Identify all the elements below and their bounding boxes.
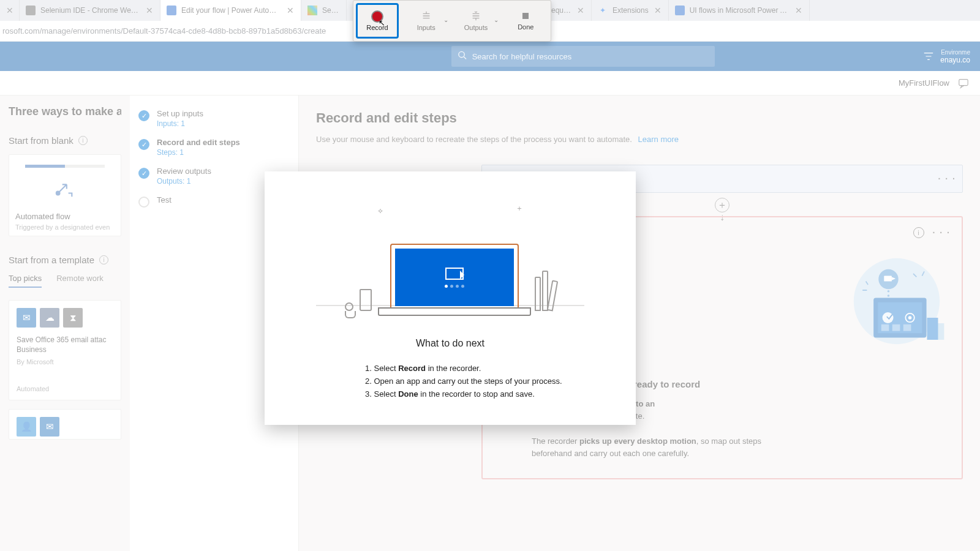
selenium-favicon [26, 6, 36, 15]
tab-title: Selenium IDE - Chrome Web Stor [40, 6, 140, 15]
template-card[interactable]: 👤 ✉ [9, 409, 121, 440]
svg-point-16 [888, 290, 890, 293]
flow-name-row: MyFirstUIFlow [0, 71, 980, 96]
step-label: Review outputs [157, 167, 211, 176]
svg-point-0 [459, 51, 464, 57]
cursor-icon: ↖ [379, 18, 385, 28]
flow-icon [55, 178, 75, 198]
step-label: Set up inputs [157, 109, 203, 118]
more-icon[interactable]: · · · [938, 174, 956, 184]
step-meta: Outputs: 1 [157, 177, 211, 186]
tab-title: requirem [549, 6, 571, 15]
browser-tab[interactable]: ✦ Extensions ✕ [592, 0, 669, 21]
chevron-down-icon: ⌄ [494, 17, 499, 23]
record-button[interactable]: ↖ Record [356, 3, 399, 39]
search-input[interactable] [451, 46, 715, 67]
record-heading: ready to record [633, 379, 951, 389]
learn-more-link[interactable]: Learn more [638, 135, 679, 144]
svg-point-17 [888, 294, 890, 297]
browser-tab[interactable]: ✕ [0, 0, 20, 21]
svg-rect-12 [903, 324, 911, 331]
svg-line-1 [464, 57, 466, 59]
svg-rect-2 [959, 79, 968, 85]
info-icon[interactable]: i [99, 255, 108, 264]
close-icon[interactable]: ✕ [794, 6, 803, 15]
flow-name: MyFirstUIFlow [899, 78, 949, 88]
done-button[interactable]: Done [501, 11, 551, 31]
tab-title: Edit your flow | Power Automate [181, 6, 281, 15]
outputs-icon [470, 10, 481, 21]
close-icon[interactable]: ✕ [145, 6, 154, 15]
template-card[interactable]: ✉ ☁ ⧗ Save Office 365 email attac Busine… [9, 300, 121, 400]
browser-tab[interactable]: Set up [301, 0, 347, 21]
outputs-button[interactable]: Outputs ⌄ [451, 10, 500, 31]
chevron-down-icon: ⌄ [443, 17, 448, 23]
section-title: Start from blank [9, 135, 74, 146]
tab-remote-work[interactable]: Remote work [56, 274, 104, 288]
tab-title: UI flows in Microsoft Power Autc [690, 6, 790, 15]
info-icon[interactable]: i [913, 227, 924, 238]
step-label: Record and edit steps [157, 138, 240, 147]
extension-favicon: ✦ [598, 6, 608, 15]
modal-steps: Select Record in the recorder. Open an a… [365, 362, 615, 400]
step-set-up-inputs[interactable]: Set up inputs Inputs: 1 [130, 104, 298, 133]
outlook-icon: ✉ [40, 417, 59, 437]
close-icon[interactable]: ✕ [576, 6, 585, 15]
section-title: Start from a template [9, 255, 94, 265]
inputs-label: Inputs [417, 24, 435, 31]
info-icon[interactable]: i [78, 136, 88, 145]
content-lead: Use your mouse and keyboard to recreate … [316, 135, 963, 144]
close-icon[interactable]: ✕ [654, 6, 662, 15]
service-icon: 👤 [17, 417, 36, 437]
svg-point-3 [56, 192, 60, 195]
url-text: rosoft.com/manage/environments/Default-3… [2, 26, 326, 36]
modal-title: What to do next [285, 338, 615, 349]
modal-illustration: ✧ ＋ [285, 189, 615, 311]
search-icon [458, 51, 467, 62]
filter-icon [923, 51, 934, 62]
feedback-icon[interactable] [958, 78, 969, 89]
template-type: Automated [17, 385, 113, 392]
inputs-button[interactable]: Inputs ⌄ [401, 10, 451, 31]
power-automate-favicon [167, 6, 176, 15]
svg-rect-14 [884, 276, 892, 282]
tab-title: Set up [322, 6, 340, 15]
tab-title: Extensions [612, 6, 649, 15]
template-title: Save Office 365 email attac Business [17, 335, 113, 354]
step-label: Test [157, 195, 172, 204]
svg-point-9 [908, 316, 911, 319]
tab-top-picks[interactable]: Top picks [9, 274, 42, 288]
step-meta: Steps: 1 [157, 148, 240, 157]
done-label: Done [518, 23, 533, 31]
app-header: Environme enayu.co [0, 42, 980, 71]
browser-tab-active[interactable]: Edit your flow | Power Automate ✕ [160, 0, 301, 21]
browser-tab[interactable]: Selenium IDE - Chrome Web Stor ✕ [20, 0, 160, 21]
step-done-icon [138, 139, 149, 150]
template-author: By Microsoft [17, 358, 113, 365]
close-icon[interactable]: ✕ [286, 6, 295, 15]
template-tabs: Top picks Remote work [9, 274, 121, 288]
page-title: Three ways to make a flo [9, 105, 121, 118]
more-icon[interactable]: · · · [933, 228, 951, 238]
content-title: Record and edit steps [316, 110, 963, 126]
svg-rect-19 [927, 318, 938, 340]
step-meta: Inputs: 1 [157, 119, 203, 128]
outlook-icon: ✉ [17, 308, 36, 328]
browser-tab[interactable]: UI flows in Microsoft Power Autc ✕ [669, 0, 810, 21]
env-name: enayu.co [940, 56, 970, 64]
onedrive-icon: ☁ [40, 308, 59, 328]
create-panel: Three ways to make a flo Start from blan… [0, 96, 130, 551]
outputs-label: Outputs [464, 24, 488, 31]
close-icon[interactable]: ✕ [6, 6, 13, 15]
step-done-icon [138, 168, 149, 179]
svg-rect-20 [522, 13, 529, 19]
power-automate-favicon [675, 6, 685, 15]
hourglass-icon: ⧗ [63, 308, 83, 328]
environment-selector[interactable]: Environme enayu.co [923, 49, 970, 64]
automated-flow-card[interactable]: Automated flow Triggered by a designated… [9, 154, 121, 236]
step-done-icon [138, 110, 149, 121]
recorder-illustration [842, 252, 952, 356]
card-title: Automated flow [15, 212, 115, 221]
step-record-edit[interactable]: Record and edit steps Steps: 1 [130, 133, 298, 162]
recorder-toolbar: ↖ Record Inputs ⌄ Outputs ⌄ Done [353, 0, 551, 42]
